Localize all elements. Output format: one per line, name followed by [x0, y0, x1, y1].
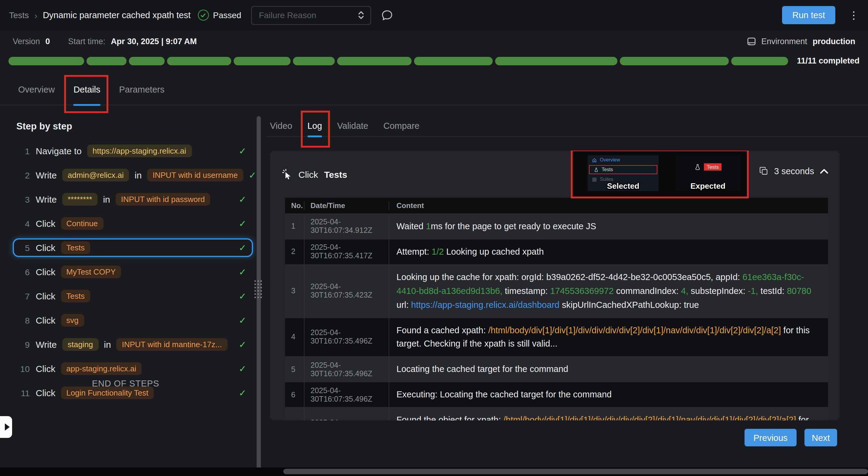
- flask-icon: [594, 167, 599, 172]
- main-tabs: Overview Details Parameters: [0, 77, 868, 105]
- log-row-timestamp: 2025-04-30T16:07:34.912Z: [305, 214, 389, 239]
- copy-icon[interactable]: [759, 166, 769, 176]
- step-number: 10: [19, 364, 30, 373]
- click-cursor-icon: [281, 168, 293, 180]
- tab-details[interactable]: Details: [73, 77, 100, 105]
- step-row-6[interactable]: 6ClickMyTest COPY✓: [13, 263, 253, 281]
- step-row-7[interactable]: 7ClickTests✓: [13, 287, 253, 305]
- step-number: 2: [19, 170, 30, 180]
- log-row-3[interactable]: 32025-04-30T16:07:35.423ZLooking up the …: [285, 265, 828, 318]
- expected-thumbnail[interactable]: Tests Expected: [676, 156, 740, 191]
- log-table: No. Date/Time Content 12025-04-30T16:07:…: [285, 198, 828, 420]
- step-chip: Tests: [61, 241, 90, 254]
- tab-log-label: Log: [308, 121, 322, 131]
- log-tabs: Video Log Validate Compare: [266, 116, 868, 137]
- log-value-green: 1/2: [432, 247, 444, 257]
- tab-validate[interactable]: Validate: [337, 116, 368, 136]
- step-success-check-icon: ✓: [239, 194, 246, 205]
- log-text: commandIndex:: [614, 286, 681, 296]
- mini-nav-overview: Overview: [600, 157, 620, 163]
- step-row-4[interactable]: 4ClickContinue✓: [13, 214, 253, 233]
- step-row-5[interactable]: 5ClickTests✓: [13, 238, 253, 257]
- tab-overview[interactable]: Overview: [18, 77, 55, 105]
- environment-label: Environment: [761, 37, 807, 46]
- play-arrow-icon: [4, 423, 9, 431]
- step-number: 4: [19, 219, 30, 228]
- tab-compare[interactable]: Compare: [383, 116, 420, 136]
- log-row-4[interactable]: 42025-04-30T16:07:35.496ZFound a cached …: [285, 318, 828, 357]
- step-chip: https://app-staging.relicx.ai: [87, 144, 192, 157]
- log-row-7[interactable]: 72025-04-30T16:07:35.753ZFound the objec…: [285, 408, 828, 420]
- tab-parameters[interactable]: Parameters: [119, 77, 165, 105]
- steps-title: Step by step: [17, 121, 72, 132]
- run-test-button[interactable]: Run test: [782, 6, 835, 24]
- horizontal-scrollbar-track[interactable]: [0, 468, 868, 476]
- log-action-label: Click: [299, 169, 318, 179]
- breadcrumb-tests[interactable]: Tests: [9, 10, 29, 20]
- step-number: 3: [19, 195, 30, 204]
- log-row-content: Locating the cached target for the comma…: [389, 357, 828, 382]
- flask-icon: [694, 164, 701, 170]
- step-row-9[interactable]: 9WritestaginginINPUT with id mantine-17z…: [13, 335, 253, 354]
- chevron-up-icon[interactable]: [819, 168, 829, 174]
- step-number: 6: [19, 267, 30, 277]
- horizontal-scrollbar-thumb[interactable]: [283, 469, 868, 474]
- tab-log[interactable]: Log: [308, 116, 322, 136]
- step-success-check-icon: ✓: [239, 363, 246, 374]
- log-table-header: No. Date/Time Content: [285, 198, 828, 214]
- step-chip: staging: [62, 338, 98, 351]
- log-value-green: 4,: [681, 286, 688, 296]
- comment-icon[interactable]: [380, 9, 393, 22]
- log-row-number: 3: [285, 265, 305, 317]
- log-row-content: Waited 1ms for the page to get ready to …: [389, 214, 828, 239]
- tab-active-underline: [308, 135, 322, 137]
- environment-value: production: [813, 37, 855, 46]
- step-row-8[interactable]: 8Clicksvg✓: [13, 311, 253, 330]
- expand-drawer-button[interactable]: [0, 416, 12, 438]
- progress-bar: [8, 57, 788, 65]
- kebab-menu-icon[interactable]: ⋮: [849, 10, 859, 20]
- log-value-green: 1745536369972: [550, 286, 614, 296]
- log-text: Waited: [397, 222, 426, 231]
- mini-nav-tests: Tests: [602, 167, 613, 172]
- progress-segment: [620, 57, 729, 65]
- home-icon: [592, 158, 597, 162]
- tab-details-label: Details: [73, 85, 100, 94]
- step-chip: Login Functionality Test: [61, 386, 154, 399]
- log-row-2[interactable]: 22025-04-30T16:07:35.417ZAttempt: 1/2 Lo…: [285, 239, 828, 265]
- failure-reason-select[interactable]: Failure Reason: [251, 6, 371, 25]
- progress-segment: [8, 57, 84, 65]
- step-row-3[interactable]: 3Write********inINPUT with id password✓: [13, 190, 253, 209]
- log-value-green: -1,: [748, 286, 758, 296]
- progress-segment: [167, 57, 231, 65]
- step-success-check-icon: ✓: [239, 218, 246, 229]
- next-button[interactable]: Next: [804, 429, 837, 446]
- log-row-1[interactable]: 12025-04-30T16:07:34.912ZWaited 1ms for …: [285, 214, 828, 239]
- status-badge: Passed: [198, 10, 241, 21]
- page-title: Dynamic parameter cached xpath test: [43, 10, 190, 20]
- log-row-timestamp: 2025-04-30T16:07:35.417Z: [305, 239, 389, 264]
- step-number: 9: [19, 340, 30, 349]
- step-chip: app-staging.relicx.ai: [61, 362, 142, 375]
- step-action-label: Click: [36, 218, 55, 229]
- step-action-label: Click: [36, 291, 55, 301]
- log-text: Locating the cached target for the comma…: [397, 365, 568, 374]
- progress-segment: [293, 57, 335, 65]
- step-action-label: Click: [36, 267, 55, 277]
- log-row-number: 1: [285, 214, 305, 239]
- step-action-label: Click: [36, 388, 55, 398]
- app-root: Tests › Dynamic parameter cached xpath t…: [0, 0, 868, 476]
- step-row-1[interactable]: 1Navigate tohttps://app-staging.relicx.a…: [13, 141, 253, 160]
- step-row-2[interactable]: 2Writeadmin@relicx.aiinINPUT with id use…: [13, 166, 253, 184]
- log-row-5[interactable]: 52025-04-30T16:07:35.496ZLocating the ca…: [285, 357, 828, 382]
- log-value-blue[interactable]: https://app-staging.relicx.ai/dashboard: [411, 300, 559, 309]
- log-row-6[interactable]: 62025-04-30T16:07:35.496ZExecuting: Loca…: [285, 382, 828, 408]
- previous-button[interactable]: Previous: [745, 429, 797, 446]
- selected-thumbnail[interactable]: Overview Tests Suites Selected: [588, 156, 658, 191]
- panel-resize-handle-icon[interactable]: [254, 279, 263, 298]
- step-row-10[interactable]: 10Clickapp-staging.relicx.ai✓: [13, 359, 253, 378]
- step-success-check-icon: ✓: [239, 145, 246, 156]
- tab-video[interactable]: Video: [270, 116, 292, 136]
- log-row-number: 2: [285, 239, 305, 264]
- log-text: ms for the page to get ready to execute …: [431, 222, 596, 231]
